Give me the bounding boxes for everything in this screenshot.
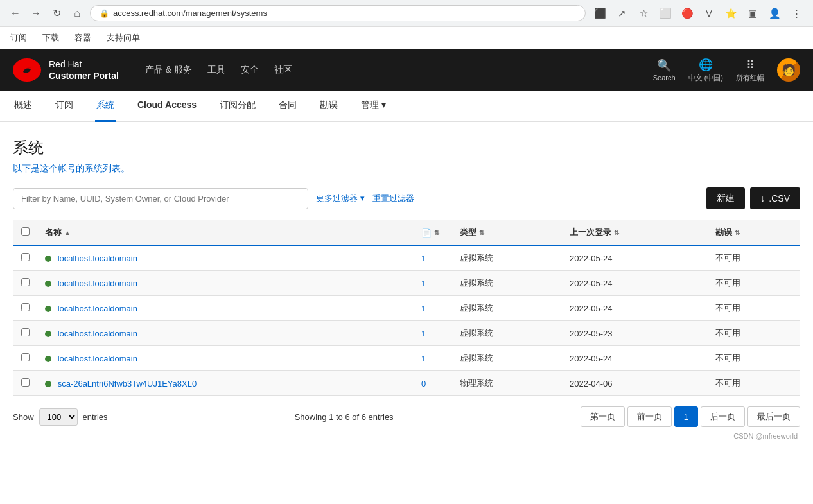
row-name-link[interactable]: localhost.localdomain: [58, 304, 137, 313]
vivaldi-btn[interactable]: V: [700, 4, 718, 22]
table-body: localhost.localdomain 1 虚拟系统 2022-05-24 …: [13, 245, 800, 396]
table-row: localhost.localdomain 1 虚拟系统 2022-05-24 …: [13, 296, 800, 321]
status-dot: [45, 356, 51, 362]
star-btn[interactable]: ☆: [634, 4, 652, 22]
all-redhat-btn[interactable]: ⠿ 所有红帽: [736, 58, 764, 83]
row-name-link[interactable]: localhost.localdomain: [58, 354, 137, 363]
row-name-link[interactable]: localhost.localdomain: [58, 279, 137, 288]
row-type: 虚拟系统: [460, 353, 493, 363]
row-checkbox[interactable]: [21, 328, 30, 336]
menu-btn[interactable]: ⋮: [787, 4, 805, 22]
nav-tools[interactable]: 工具: [207, 62, 225, 78]
row-errata: 不可用: [715, 328, 740, 338]
row-name-cell: localhost.localdomain: [37, 346, 414, 371]
row-type-cell: 物理系统: [452, 371, 562, 396]
select-all-checkbox[interactable]: [21, 227, 30, 236]
nav-security[interactable]: 安全: [241, 62, 259, 78]
row-docs-cell: 0: [414, 371, 452, 396]
home-button[interactable]: ⌂: [69, 6, 85, 21]
row-checkbox-cell: [13, 271, 38, 296]
subnav-cloud-access[interactable]: Cloud Access: [136, 91, 198, 122]
user-avatar[interactable]: 🧑: [777, 58, 800, 82]
status-dot: [45, 331, 51, 337]
row-docs-cell: 1: [414, 321, 452, 346]
subnav-overview[interactable]: 概述: [13, 91, 33, 122]
th-name[interactable]: 名称 ▲: [37, 220, 414, 246]
row-checkbox[interactable]: [21, 378, 30, 387]
entries-select[interactable]: 100: [39, 408, 78, 426]
th-docs[interactable]: 📄 ⇅: [414, 220, 452, 246]
row-doc-count[interactable]: 1: [421, 354, 426, 363]
row-checkbox-cell: [13, 321, 38, 346]
reload-button[interactable]: ↻: [49, 6, 64, 21]
table-row: sca-26aLntri6Nfwb3Tw4UJ1EYa8XL0 0 物理系统 2…: [13, 371, 800, 396]
row-checkbox[interactable]: [21, 303, 30, 311]
top-menu-support[interactable]: 支持问单: [107, 31, 140, 45]
url-text: access.redhat.com/management/systems: [113, 8, 267, 18]
row-name-link[interactable]: sca-26aLntri6Nfwb3Tw4UJ1EYa8XL0: [58, 379, 197, 388]
more-filters-button[interactable]: 更多过滤器 ▾: [316, 193, 365, 204]
page-subtitle[interactable]: 以下是这个帐号的系统列表。: [13, 163, 800, 175]
nav-community[interactable]: 社区: [274, 62, 292, 78]
language-btn[interactable]: 🌐 中文 (中国): [688, 58, 723, 83]
row-doc-count[interactable]: 1: [421, 329, 426, 338]
extensions-btn[interactable]: ⬜: [656, 4, 674, 22]
row-errata: 不可用: [715, 378, 740, 388]
subnav-manage[interactable]: 管理 ▾: [360, 91, 387, 122]
th-errata-label: 勘误: [715, 227, 732, 238]
row-name-link[interactable]: localhost.localdomain: [58, 254, 137, 263]
th-last-login[interactable]: 上一次登录 ⇅: [562, 220, 708, 246]
top-menu-subscriptions[interactable]: 订阅: [10, 31, 27, 45]
new-button[interactable]: 新建: [706, 187, 745, 209]
row-type: 物理系统: [460, 378, 493, 388]
row-checkbox-cell: [13, 245, 38, 271]
top-menu-containers[interactable]: 容器: [74, 31, 91, 45]
last-page-button[interactable]: 最后一页: [747, 406, 800, 427]
row-doc-count[interactable]: 1: [421, 279, 426, 288]
top-menu-downloads[interactable]: 下载: [42, 31, 59, 45]
row-doc-count[interactable]: 1: [421, 304, 426, 313]
bookmark-btn[interactable]: ⭐: [722, 4, 740, 22]
user-circle-btn[interactable]: 👤: [765, 4, 783, 22]
screenshot-btn[interactable]: ⬛: [591, 4, 609, 22]
prev-page-button[interactable]: 前一页: [627, 406, 672, 427]
row-type-cell: 虚拟系统: [452, 346, 562, 371]
sidebar-btn[interactable]: ▣: [744, 4, 762, 22]
row-name-link[interactable]: localhost.localdomain: [58, 329, 137, 338]
header-actions: 🔍 Search 🌐 中文 (中国) ⠿ 所有红帽 🧑: [653, 58, 800, 83]
reset-filters-button[interactable]: 重置过滤器: [372, 193, 414, 204]
th-checkbox: [13, 220, 38, 246]
row-last-login: 2022-04-06: [570, 379, 613, 388]
subnav-errata[interactable]: 勘误: [319, 91, 339, 122]
back-button[interactable]: ←: [8, 6, 23, 21]
lock-icon: 🔒: [100, 9, 109, 18]
nav-products[interactable]: 产品 & 服务: [145, 62, 192, 78]
search-btn[interactable]: 🔍 Search: [653, 58, 676, 82]
th-type[interactable]: 类型 ⇅: [452, 220, 562, 246]
subnav-systems[interactable]: 系统: [95, 91, 116, 122]
row-doc-count[interactable]: 1: [421, 254, 426, 263]
share-btn[interactable]: ↗: [613, 4, 631, 22]
sort-login-icon: ⇅: [614, 229, 619, 236]
browser-chrome: ← → ↻ ⌂ 🔒 access.redhat.com/management/s…: [0, 0, 813, 27]
row-checkbox[interactable]: [21, 253, 30, 261]
row-checkbox[interactable]: [21, 353, 30, 361]
profile-btn[interactable]: 🔴: [678, 4, 696, 22]
redhat-logo[interactable]: [13, 58, 41, 82]
current-page-button[interactable]: 1: [674, 406, 698, 427]
subnav-subscriptions[interactable]: 订阅: [54, 91, 74, 122]
csv-button[interactable]: ↓ .CSV: [750, 187, 800, 209]
filter-input[interactable]: [13, 188, 308, 209]
next-page-button[interactable]: 后一页: [701, 406, 745, 427]
row-checkbox[interactable]: [21, 278, 30, 286]
row-doc-count[interactable]: 0: [421, 379, 426, 388]
subnav-allocation[interactable]: 订阅分配: [218, 91, 257, 122]
first-page-button[interactable]: 第一页: [581, 406, 625, 427]
forward-button[interactable]: →: [28, 6, 44, 21]
subnav-contracts[interactable]: 合同: [277, 91, 298, 122]
row-name-cell: localhost.localdomain: [37, 245, 414, 271]
th-errata[interactable]: 勘误 ⇅: [708, 220, 800, 246]
data-table: 名称 ▲ 📄 ⇅ 类型 ⇅: [13, 220, 800, 396]
address-bar[interactable]: 🔒 access.redhat.com/management/systems: [90, 5, 586, 21]
table-row: localhost.localdomain 1 虚拟系统 2022-05-23 …: [13, 321, 800, 346]
